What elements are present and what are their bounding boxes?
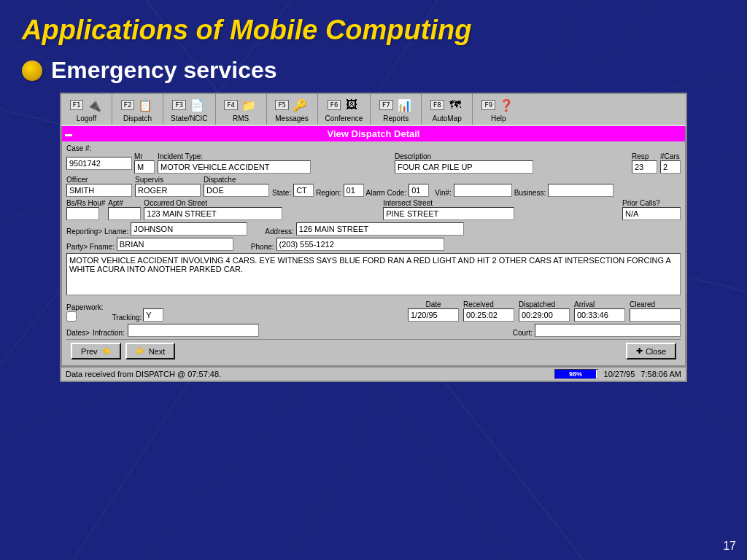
business-input[interactable] — [548, 184, 614, 197]
next-icon: 👉 — [136, 346, 146, 356]
tracking-group: Tracking: — [112, 308, 164, 322]
field-cars: #Cars — [660, 152, 681, 174]
date-label: Date — [408, 300, 459, 308]
slide-number: 17 — [723, 540, 736, 553]
field-bs: Bs/Rs Hou# — [66, 199, 105, 220]
received-input[interactable] — [463, 308, 514, 322]
rms-label: RMS — [233, 114, 249, 122]
prev-label: Prev — [81, 347, 98, 356]
f8-key: F8 — [430, 100, 444, 110]
next-label: Next — [149, 347, 166, 356]
court-input[interactable] — [535, 324, 681, 337]
fname-group: Party> Fname: — [66, 238, 233, 251]
toolbar-conference[interactable]: F6 🖼 Conference — [318, 94, 371, 125]
toolbar: F1 🔌 Logoff F2 📋 Dispatch F3 📄 State/NCI… — [60, 93, 687, 125]
alarm-input[interactable] — [409, 184, 429, 197]
time-fields: Date Received Dispatched Arrival — [408, 300, 681, 322]
resp-label: Resp — [632, 152, 657, 160]
window-minimize-icon[interactable]: ▬ — [65, 130, 72, 138]
toolbar-help[interactable]: F9 ❓ Help — [473, 94, 524, 125]
intersect-input[interactable] — [383, 207, 514, 220]
description-input[interactable] — [395, 160, 533, 174]
prior-input[interactable] — [622, 207, 681, 220]
conference-label: Conference — [325, 114, 363, 122]
automap-label: AutoMap — [433, 114, 462, 122]
region-input[interactable] — [344, 184, 364, 197]
bs-input[interactable] — [66, 207, 99, 220]
close-label: Close — [646, 347, 666, 356]
tracking-input[interactable] — [143, 308, 163, 322]
state-input[interactable] — [293, 184, 314, 197]
button-row: Prev 👈 👉 Next ✚ Close — [66, 339, 681, 362]
toolbar-reports[interactable]: F7 📊 Reports — [371, 94, 422, 125]
occurred-input[interactable] — [144, 207, 282, 220]
address-input[interactable] — [296, 222, 464, 236]
help-label: Help — [491, 114, 506, 122]
cleared-input[interactable] — [630, 308, 681, 322]
field-arrival: Arrival — [574, 300, 625, 322]
phone-input[interactable] — [276, 238, 444, 251]
datetime-row: Paperwork: Tracking: Date Received — [66, 300, 681, 322]
cars-input[interactable] — [660, 160, 681, 174]
field-apt: Apt# — [108, 199, 141, 220]
mr-input[interactable] — [134, 160, 155, 174]
incident-type-input[interactable] — [158, 160, 311, 174]
prev-button[interactable]: Prev 👈 — [71, 343, 121, 359]
apt-input[interactable] — [108, 207, 141, 220]
f1-key: F1 — [70, 100, 84, 110]
resp-input[interactable] — [632, 160, 657, 174]
field-description: Description — [395, 152, 629, 174]
toolbar-automap[interactable]: F8 🗺 AutoMap — [422, 94, 473, 125]
dispatch-icon: 📋 — [136, 96, 154, 114]
state-region-group: State: Region: Alarm Code: — [272, 184, 429, 197]
status-bar: Data received from DISPATCH @ 07:57:48. … — [60, 368, 687, 382]
notes-textarea[interactable]: MOTOR VEHICLE ACCIDENT INVOLVING 4 CARS.… — [66, 253, 681, 295]
messages-label: Messages — [275, 114, 309, 122]
window-titlebar: ▬ View Dispatch Detail — [62, 126, 685, 141]
address-label: Address: — [265, 228, 293, 236]
paperwork-checkbox[interactable] — [66, 311, 77, 322]
toolbar-dispatch[interactable]: F2 📋 Dispatch — [112, 94, 163, 125]
state-ncic-icon: 📄 — [188, 96, 206, 114]
dispatched-input[interactable] — [519, 308, 570, 322]
infraction-input[interactable] — [128, 324, 259, 337]
status-time: 7:58:06 AM — [640, 370, 681, 378]
automap-icon: 🗺 — [446, 96, 464, 114]
case-num-input[interactable] — [66, 157, 132, 170]
toolbar-logoff[interactable]: F1 🔌 Logoff — [61, 94, 112, 125]
bullet-dot-icon — [22, 61, 42, 81]
tracking-label: Tracking: — [112, 314, 142, 322]
prev-icon: 👈 — [101, 346, 111, 356]
court-label: Court: — [513, 329, 533, 337]
party-label: Party> Fname: — [66, 243, 115, 251]
window-title: View Dispatch Detail — [328, 128, 420, 139]
vin-input[interactable] — [454, 184, 512, 197]
progress-bar: 98% — [554, 369, 598, 379]
next-button[interactable]: 👉 Next — [125, 343, 176, 359]
field-officer: Officer — [66, 176, 132, 197]
arrival-input[interactable] — [574, 308, 625, 322]
toolbar-rms[interactable]: F4 📁 RMS — [216, 94, 267, 125]
occurred-label: Occurred On Street — [144, 199, 380, 207]
field-dispatched: Dispatched — [519, 300, 570, 322]
f2-key: F2 — [121, 100, 135, 110]
date-input[interactable] — [408, 308, 459, 322]
address-group: Address: — [265, 222, 463, 236]
officer-input[interactable] — [66, 184, 132, 197]
status-text: Data received from DISPATCH @ 07:57:48. — [66, 370, 549, 378]
phone-label: Phone: — [251, 243, 274, 251]
f4-key: F4 — [224, 100, 238, 110]
arrival-label: Arrival — [574, 300, 625, 308]
state-label: State: — [272, 189, 291, 197]
close-button[interactable]: ✚ Close — [626, 343, 676, 359]
slide-content: Applications of Mobile Computing Emergen… — [0, 0, 747, 397]
field-prior: Prior Calls? — [622, 199, 681, 220]
supervis-input[interactable] — [135, 184, 201, 197]
toolbar-state-ncic[interactable]: F3 📄 State/NCIC — [163, 94, 216, 125]
fname-input[interactable] — [117, 238, 233, 251]
toolbar-messages[interactable]: F5 🔑 Messages — [267, 94, 318, 125]
dispatcher-input[interactable] — [204, 184, 269, 197]
state-ncic-label: State/NCIC — [171, 114, 208, 122]
lname-input[interactable] — [131, 222, 247, 236]
mr-label: Mr — [134, 152, 155, 160]
